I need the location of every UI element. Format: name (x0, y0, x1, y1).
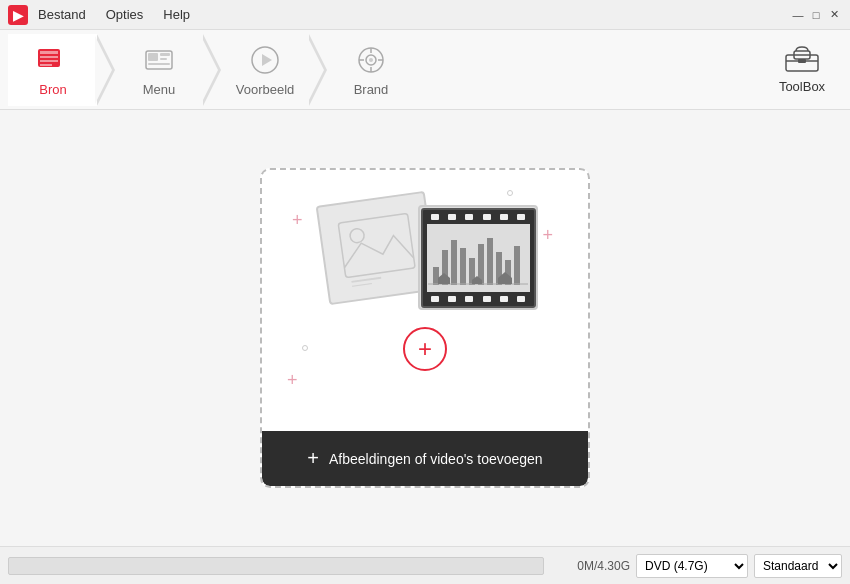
svg-rect-38 (514, 246, 520, 285)
hole (500, 214, 508, 220)
filmstrip (421, 208, 536, 308)
toolbox-button[interactable]: ToolBox (762, 30, 842, 102)
svg-line-28 (352, 284, 372, 287)
hole (448, 296, 456, 302)
hole (517, 296, 525, 302)
step-bron-label: Bron (39, 82, 66, 97)
svg-rect-11 (148, 63, 170, 65)
filmstrip-content (427, 224, 530, 292)
svg-rect-32 (460, 248, 466, 285)
svg-rect-24 (798, 59, 806, 63)
decorative-plus-1: + (292, 210, 303, 231)
arrow-1 (97, 34, 115, 106)
step-menu-label: Menu (143, 82, 176, 97)
main-content: + + + (0, 110, 850, 546)
svg-point-16 (369, 58, 373, 62)
hole (465, 214, 473, 220)
title-bar: ▶ Bestand Opties Help — □ ✕ (0, 0, 850, 30)
svg-rect-5 (40, 60, 58, 62)
drop-illustration: + + + (262, 170, 588, 431)
step-menu[interactable]: Menu (114, 34, 204, 106)
menu-opties[interactable]: Opties (102, 5, 148, 24)
decorative-dot-1 (507, 190, 513, 196)
svg-rect-10 (160, 58, 167, 60)
app-icon: ▶ (8, 5, 28, 25)
step-brand-box: Brand (326, 34, 416, 106)
decorative-plus-2: + (542, 225, 553, 246)
svg-rect-4 (40, 56, 58, 58)
brand-icon (353, 42, 389, 78)
svg-rect-31 (451, 240, 457, 285)
minimize-button[interactable]: — (790, 7, 806, 23)
step-voorbeeld-box: Voorbeeld (220, 34, 310, 106)
step-navigation: Bron Menu (8, 30, 762, 109)
svg-rect-8 (148, 53, 158, 61)
step-bron-box: Bron (8, 34, 98, 106)
menu-bestand[interactable]: Bestand (34, 5, 90, 24)
size-indicator: 0M/4.30G (550, 559, 630, 573)
hole (431, 296, 439, 302)
drop-zone[interactable]: + + + (260, 168, 590, 488)
svg-rect-6 (40, 64, 52, 66)
film-card (418, 205, 538, 310)
close-button[interactable]: ✕ (826, 7, 842, 23)
step-brand-label: Brand (354, 82, 389, 97)
drop-zone-footer[interactable]: + Afbeeldingen of video's toevoegen (262, 431, 588, 486)
step-menu-box: Menu (114, 34, 204, 106)
hole (500, 296, 508, 302)
step-voorbeeld[interactable]: Voorbeeld (220, 34, 310, 106)
quality-select[interactable]: Standaard Hoog Aangepast (754, 554, 842, 578)
hole (448, 214, 456, 220)
footer-plus-icon: + (307, 447, 319, 470)
svg-line-27 (351, 278, 381, 282)
svg-rect-3 (40, 51, 58, 54)
progress-bar (8, 557, 544, 575)
status-bar: 0M/4.30G DVD (4.7G) DVD DL (8.5G) Blu-ra… (0, 546, 850, 584)
voorbeeld-icon (247, 42, 283, 78)
toolbar: Bron Menu (0, 30, 850, 110)
hole (431, 214, 439, 220)
bron-icon (35, 42, 71, 78)
hole (483, 214, 491, 220)
menu-step-icon (141, 42, 177, 78)
window-controls: — □ ✕ (790, 7, 842, 23)
menu-help[interactable]: Help (159, 5, 194, 24)
svg-marker-40 (438, 273, 450, 284)
menu-bar: Bestand Opties Help (34, 5, 194, 24)
svg-text:▶: ▶ (13, 8, 24, 23)
arrow-3 (309, 34, 327, 106)
dvd-type-select[interactable]: DVD (4.7G) DVD DL (8.5G) Blu-ray 25G Blu… (636, 554, 748, 578)
hole (483, 296, 491, 302)
filmstrip-top-holes (423, 210, 534, 224)
svg-rect-9 (160, 53, 170, 56)
add-plus-circle: + (403, 327, 447, 371)
drop-zone-footer-text: Afbeeldingen of video's toevoegen (329, 451, 543, 467)
step-bron[interactable]: Bron (8, 34, 98, 106)
filmstrip-bottom-holes (423, 292, 534, 306)
step-voorbeeld-label: Voorbeeld (236, 82, 295, 97)
toolbox-label: ToolBox (779, 79, 825, 94)
toolbox-icon (784, 39, 820, 75)
hole (517, 214, 525, 220)
svg-rect-25 (338, 213, 415, 277)
hole (465, 296, 473, 302)
arrow-2 (203, 34, 221, 106)
svg-rect-35 (487, 238, 493, 285)
svg-point-26 (349, 228, 365, 244)
svg-marker-13 (262, 54, 272, 66)
decorative-plus-3: + (287, 370, 298, 391)
maximize-button[interactable]: □ (808, 7, 824, 23)
step-brand[interactable]: Brand (326, 34, 416, 106)
decorative-dot-2 (302, 345, 308, 351)
